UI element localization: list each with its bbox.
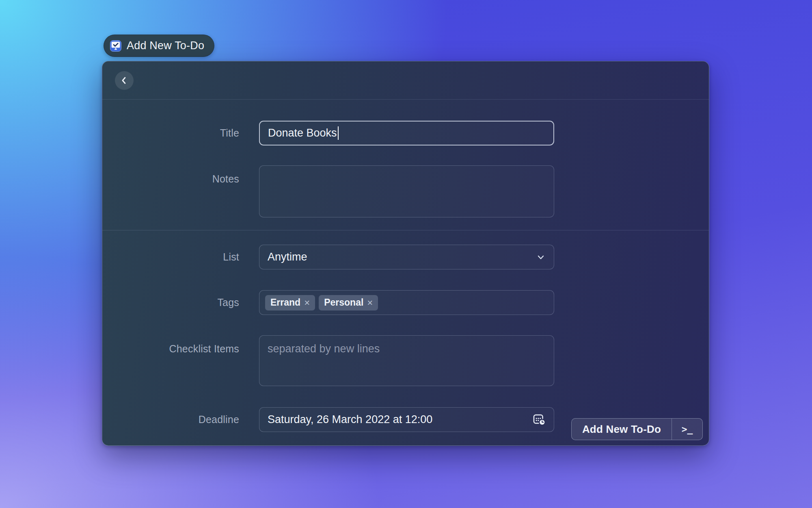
deadline-label: Deadline	[102, 407, 239, 432]
tags-row: Tags Errand × Personal ×	[102, 290, 709, 315]
list-label: List	[102, 245, 239, 269]
calendar-clock-icon[interactable]	[533, 414, 546, 426]
remove-tag-icon[interactable]: ×	[367, 298, 373, 308]
deadline-picker[interactable]: Saturday, 26 March 2022 at 12:00	[259, 407, 554, 432]
remove-tag-icon[interactable]: ×	[304, 298, 310, 308]
chevron-left-icon	[119, 76, 129, 85]
checklist-label: Checklist Items	[102, 335, 239, 386]
run-shortcut-icon[interactable]: >_	[672, 419, 702, 440]
add-new-todo-pill-button[interactable]: Add New To-Do	[104, 35, 214, 57]
tag-label: Errand	[270, 297, 300, 308]
notes-textarea[interactable]	[259, 165, 554, 217]
deadline-value: Saturday, 26 March 2022 at 12:00	[268, 413, 432, 426]
tag-chip-personal: Personal ×	[319, 295, 378, 310]
text-caret	[338, 126, 339, 140]
list-select[interactable]: Anytime	[259, 245, 554, 269]
checklist-textarea[interactable]	[259, 335, 554, 386]
chevron-down-icon	[536, 252, 546, 262]
add-new-todo-submit-button[interactable]: Add New To-Do >_	[571, 418, 703, 440]
title-label: Title	[102, 121, 239, 145]
list-row: List Anytime	[102, 245, 709, 269]
section-divider	[102, 230, 709, 230]
back-button[interactable]	[115, 71, 134, 90]
todo-app-icon	[110, 40, 121, 52]
tags-label: Tags	[102, 290, 239, 315]
title-input-value: Donate Books	[268, 127, 337, 139]
tag-label: Personal	[324, 297, 363, 308]
list-selected-value: Anytime	[268, 251, 307, 263]
checklist-row: Checklist Items	[102, 335, 709, 386]
dialog-header	[102, 61, 709, 100]
title-row: Title Donate Books	[102, 121, 709, 145]
tag-chip-errand: Errand ×	[265, 295, 315, 310]
notes-row: Notes	[102, 165, 709, 217]
pill-button-label: Add New To-Do	[127, 39, 204, 52]
tags-input[interactable]: Errand × Personal ×	[259, 290, 554, 315]
notes-label: Notes	[102, 165, 239, 217]
add-todo-dialog: Title Donate Books Notes List Anytime	[102, 61, 709, 446]
title-input[interactable]: Donate Books	[259, 121, 554, 145]
submit-button-label: Add New To-Do	[572, 419, 672, 440]
